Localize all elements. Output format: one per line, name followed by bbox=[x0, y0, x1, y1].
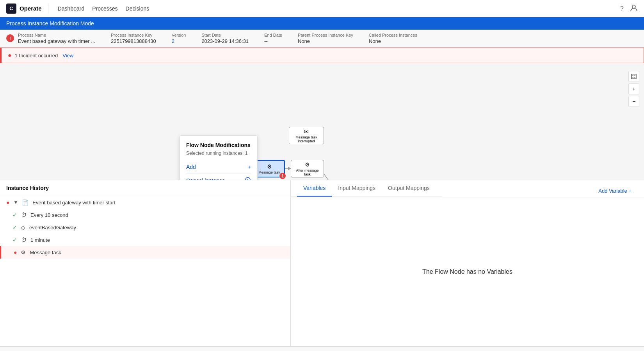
popup-cancel-item[interactable]: Cancel instance bbox=[186, 174, 251, 180]
process-error-icon: ! bbox=[6, 34, 14, 42]
no-variables-text: The Flow Node has no Variables bbox=[422, 268, 512, 275]
check-icon: ✓ bbox=[12, 224, 17, 230]
history-item-text: 1 minute bbox=[30, 237, 50, 243]
timer-icon: ⏱ bbox=[21, 237, 27, 243]
footer-bar: Discard All Apply Modifications bbox=[0, 346, 644, 351]
message-task-icon: ⚙ bbox=[267, 163, 272, 170]
nav-decisions[interactable]: Decisions bbox=[126, 5, 149, 12]
after-message-icon: ⚙ bbox=[305, 161, 310, 168]
cancel-arrow-indicator: → bbox=[168, 178, 176, 180]
list-item[interactable]: ✓ ⏱ Every 10 second bbox=[0, 209, 290, 221]
variables-tab-header: Variables Input Mappings Output Mappings… bbox=[291, 180, 644, 197]
list-item[interactable]: ✓ ◇ eventBasedGateway bbox=[0, 221, 290, 234]
variables-tabs: Variables Input Mappings Output Mappings bbox=[291, 180, 442, 197]
logo-area: C Operate bbox=[6, 4, 48, 14]
bottom-panel: Instance History ● ▼ 📄 Event based gatew… bbox=[0, 180, 644, 346]
timer-icon: ⏱ bbox=[21, 212, 27, 218]
bpmn-message-task[interactable]: ⚙ Message task 1 bbox=[254, 160, 285, 177]
add-icon: + bbox=[248, 164, 251, 170]
incident-error-icon: ● bbox=[8, 52, 12, 59]
nav-processes[interactable]: Processes bbox=[92, 5, 117, 12]
settings-icon: ⚙ bbox=[21, 249, 26, 255]
message-interrupted-icon: ✉ bbox=[304, 128, 309, 135]
history-item-text: Every 10 second bbox=[30, 212, 68, 218]
fit-zoom-button[interactable] bbox=[628, 71, 639, 82]
error-icon: ● bbox=[14, 249, 17, 255]
nav-dashboard[interactable]: Dashboard bbox=[58, 5, 85, 12]
help-icon[interactable]: ? bbox=[620, 5, 624, 12]
error-icon-item: ● bbox=[6, 199, 9, 206]
gateway-icon: ◇ bbox=[21, 224, 25, 230]
version-info: Version 2 bbox=[172, 33, 186, 44]
message-task-error-badge: 1 bbox=[279, 173, 286, 179]
app-name: Operate bbox=[20, 5, 42, 12]
called-instances-info: Called Process Instances None bbox=[369, 33, 417, 44]
process-key-info: Process Instance Key 2251799813888430 bbox=[111, 33, 156, 44]
app-logo: C bbox=[6, 4, 16, 14]
popup-title: Flow Node Modifications bbox=[186, 142, 251, 148]
popup-add-item[interactable]: Add + bbox=[186, 161, 251, 172]
zoom-out-button[interactable]: − bbox=[628, 96, 639, 107]
nav-links: Dashboard Processes Decisions bbox=[58, 5, 149, 12]
list-item[interactable]: ● ⚙ Message task bbox=[0, 246, 290, 259]
incident-banner: ● 1 Incident occurred View bbox=[0, 48, 644, 63]
variables-panel: Variables Input Mappings Output Mappings… bbox=[291, 180, 644, 346]
no-variables-content: The Flow Node has no Variables bbox=[291, 197, 644, 346]
process-name-info: Process Name Event based gateway with ti… bbox=[18, 33, 95, 44]
user-icon[interactable] bbox=[630, 4, 638, 13]
svg-rect-14 bbox=[632, 74, 636, 79]
list-item[interactable]: ● ▼ 📄 Event based gateway with timer sta… bbox=[0, 196, 290, 209]
expand-icon[interactable]: ▼ bbox=[13, 200, 18, 205]
zoom-in-button[interactable]: + bbox=[628, 83, 639, 94]
check-icon: ✓ bbox=[12, 212, 17, 218]
top-navigation: C Operate Dashboard Processes Decisions … bbox=[0, 0, 644, 17]
cancel-icon bbox=[245, 177, 251, 180]
parent-key-info: Parent Process Instance Key None bbox=[298, 33, 353, 44]
history-item-text: Event based gateway with timer start bbox=[32, 200, 115, 206]
history-item-text: eventBasedGateway bbox=[29, 225, 76, 230]
start-date-info: Start Date 2023-09-29 14:36:31 bbox=[201, 33, 249, 44]
document-icon: 📄 bbox=[22, 199, 28, 206]
history-title: Instance History bbox=[0, 180, 290, 196]
diagram-area: ⏱ Every 10 second ✉ Message task interru… bbox=[0, 63, 644, 180]
flow-node-popup: Flow Node Modifications Selected running… bbox=[180, 135, 258, 180]
tab-variables[interactable]: Variables bbox=[297, 180, 332, 197]
svg-point-0 bbox=[632, 5, 635, 8]
process-info-bar: ! Process Name Event based gateway with … bbox=[0, 30, 644, 48]
add-variable-button[interactable]: Add Variable + bbox=[598, 183, 638, 194]
bpmn-message-interrupted[interactable]: ✉ Message task interrupted bbox=[289, 127, 324, 144]
zoom-controls: + − bbox=[628, 71, 639, 107]
popup-subtitle: Selected running instances: 1 bbox=[186, 151, 251, 156]
tab-output-mappings[interactable]: Output Mappings bbox=[382, 180, 436, 197]
end-date-info: End Date -- bbox=[264, 33, 282, 44]
nav-right: ? bbox=[620, 4, 638, 13]
bpmn-after-message-task[interactable]: ⚙ After message task bbox=[291, 160, 324, 177]
check-icon: ✓ bbox=[12, 237, 17, 243]
mode-banner: Process Instance Modification Mode bbox=[0, 17, 644, 30]
history-item-text: Message task bbox=[30, 250, 61, 255]
tab-input-mappings[interactable]: Input Mappings bbox=[332, 180, 382, 197]
incident-view-link[interactable]: View bbox=[62, 53, 73, 58]
list-item[interactable]: ✓ ⏱ 1 minute bbox=[0, 234, 290, 246]
instance-history-panel: Instance History ● ▼ 📄 Event based gatew… bbox=[0, 180, 291, 346]
popup-divider-1 bbox=[186, 173, 251, 174]
